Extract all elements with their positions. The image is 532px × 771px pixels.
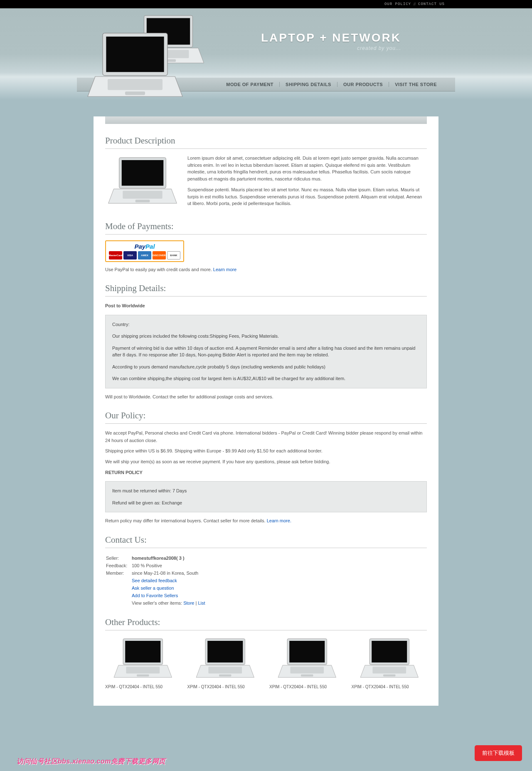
product-name: XPIM - QTX20404 - INTEL 550 [269, 685, 345, 689]
return-policy-box: Item must be returned within: 7 Days Ref… [105, 481, 427, 512]
shipping-combine: We can combine shipping,the shipping cos… [112, 375, 420, 382]
product-name: XPIM - QTX20404 - INTEL 550 [352, 685, 427, 689]
feedback-value: 100 % Positive [132, 562, 209, 569]
brand-tagline: created by you... [261, 45, 401, 51]
top-separator: // [414, 2, 416, 6]
shipping-intro: Post to Worldwide [105, 302, 427, 310]
product-item[interactable]: XPIM - QTX20404 - INTEL 550 [105, 636, 181, 689]
description-para-1: Lorem ipsum dolor sit amet, consectetuer… [187, 155, 427, 182]
nav-shipping[interactable]: SHIPPING DETAILS [280, 82, 337, 87]
table-row: Ask seller a question [106, 585, 209, 591]
page-content: Product Description Lorem ipsum dolor si… [94, 116, 438, 706]
product-image [105, 636, 181, 682]
title-bar-strip [105, 116, 427, 124]
nav-products[interactable]: OUR PRODUCTS [337, 82, 389, 87]
product-grid: XPIM - QTX20404 - INTEL 550 XPIM - QTX20… [105, 636, 427, 689]
table-row: See detailed feedback [106, 577, 209, 584]
seller-value: homestuffkorea2008( 3 ) [132, 555, 209, 561]
heading-policy: Our Policy: [105, 410, 427, 424]
paypal-logo: PayPal [108, 243, 182, 250]
card-visa-icon: VISA [123, 251, 137, 259]
top-link-contact[interactable]: CONTACT US [418, 2, 445, 6]
paypal-badge: PayPal MasterCard VISA AMEX DISCOVER BAN… [105, 240, 184, 262]
policy-p3: We will ship your item(s) as soon as we … [105, 458, 427, 466]
link-detailed-feedback[interactable]: See detailed feedback [132, 578, 177, 583]
policy-outro: Return policy may differ for internation… [105, 517, 427, 525]
nav-payment[interactable]: MODE OF PAYMENT [220, 82, 280, 87]
policy-learn-more-link[interactable]: Learn more. [267, 518, 291, 523]
hero-banner: LAPTOP + NETWORK created by you... MODE … [0, 8, 532, 100]
return-policy-label: RETURN POLICY [105, 469, 427, 477]
top-bar: OUR POLICY // CONTACT US [0, 0, 532, 8]
product-item[interactable]: XPIM - QTX20404 - INTEL 550 [269, 636, 345, 689]
shipping-outro: Will post to Worldwide. Contact the sell… [105, 393, 427, 401]
heading-description: Product Description [105, 136, 427, 149]
table-row: Seller:homestuffkorea2008( 3 ) [106, 555, 209, 561]
link-favorite-sellers[interactable]: Add to Favorite Sellers [132, 593, 178, 598]
shipping-details-box: Country: Our shipping prices included th… [105, 315, 427, 388]
heading-payments: Mode of Payments: [105, 221, 427, 235]
shipping-payment-terms: Payment of winning bid is due within 10 … [112, 345, 420, 358]
contact-table: Seller:homestuffkorea2008( 3 ) Feedback:… [105, 554, 209, 607]
product-image [352, 636, 427, 682]
link-list[interactable]: List [198, 600, 205, 605]
link-ask-seller[interactable]: Ask seller a question [132, 586, 174, 591]
shipping-costs: Our shipping prices included the followi… [112, 333, 420, 340]
link-store[interactable]: Store [183, 600, 194, 605]
refund-as: Refund will be given as: Exchange [112, 499, 420, 507]
feedback-label: Feedback: [106, 562, 131, 569]
card-mastercard-icon: MasterCard [109, 251, 122, 259]
payment-learn-more-link[interactable]: Learn more [213, 267, 236, 272]
hero-laptop-image [85, 12, 214, 112]
member-value: since May-21-08 in Korea, South [132, 570, 209, 576]
heading-shipping: Shipping Details: [105, 283, 427, 297]
seller-label: Seller: [106, 555, 131, 561]
card-bank-icon: BANK [167, 251, 180, 259]
table-row: Feedback:100 % Positive [106, 562, 209, 569]
product-image [269, 636, 345, 682]
return-within: Item must be returned within: 7 Days [112, 487, 420, 494]
product-item[interactable]: XPIM - QTX20404 - INTEL 550 [352, 636, 427, 689]
top-link-policy[interactable]: OUR POLICY [384, 2, 411, 6]
shipping-country: Country: [112, 321, 420, 328]
table-row: Add to Favorite Sellers [106, 592, 209, 599]
card-amex-icon: AMEX [138, 251, 151, 259]
nav-store[interactable]: VISIT THE STORE [389, 82, 443, 87]
product-image [187, 636, 263, 682]
policy-p1: We accept PayPal, Personal checks and Cr… [105, 430, 427, 444]
member-label: Member: [106, 570, 131, 576]
payment-text: Use PayPal to easily pay with credit car… [105, 266, 427, 274]
product-item[interactable]: XPIM - QTX20404 - INTEL 550 [187, 636, 263, 689]
product-name: XPIM - QTX20404 - INTEL 550 [105, 685, 181, 689]
policy-p2: Shipping price within US is $6.99. Shipp… [105, 447, 427, 455]
brand-block: LAPTOP + NETWORK created by you... [261, 31, 401, 51]
table-row: Member:since May-21-08 in Korea, South [106, 570, 209, 576]
heading-other-products: Other Products: [105, 617, 427, 630]
card-discover-icon: DISCOVER [153, 251, 166, 259]
table-row: View seller's other items: Store | List [106, 600, 209, 606]
description-image [105, 155, 180, 209]
brand-title: LAPTOP + NETWORK [261, 31, 401, 44]
other-items-row: View seller's other items: Store | List [132, 600, 209, 606]
product-name: XPIM - QTX20404 - INTEL 550 [187, 685, 263, 689]
description-para-2: Suspendisse potenti. Mauris placerat leo… [187, 186, 427, 207]
shipping-cycle: According to yours demand manufacture,cy… [112, 363, 420, 371]
heading-contact: Contact Us: [105, 535, 427, 548]
